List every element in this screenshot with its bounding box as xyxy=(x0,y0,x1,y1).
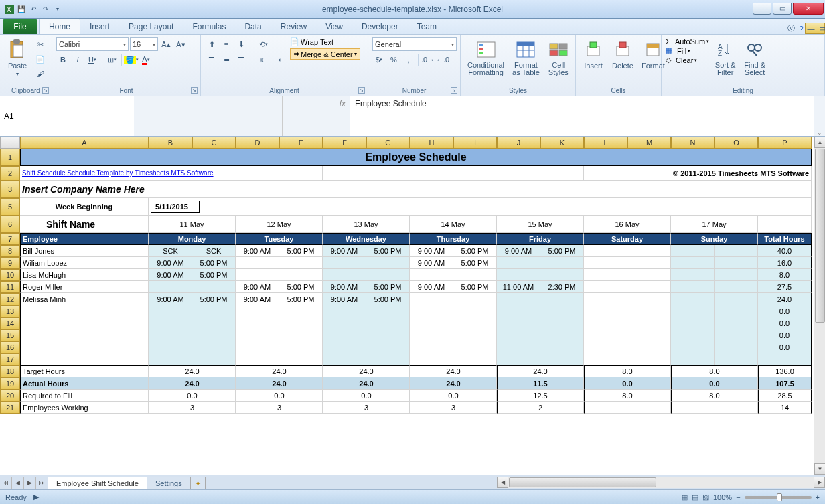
qat-dropdown-icon[interactable]: ▾ xyxy=(52,4,63,15)
column-header[interactable]: G xyxy=(366,137,410,149)
scroll-right-icon[interactable]: ▶ xyxy=(814,477,825,488)
sheet-nav-last-icon[interactable]: ⏭ xyxy=(36,477,48,489)
shift-cell[interactable] xyxy=(627,341,671,353)
formula-expand-icon[interactable]: ⌄ xyxy=(814,96,825,136)
font-color-icon[interactable]: A▾ xyxy=(139,53,153,66)
align-center-icon[interactable]: ≣ xyxy=(220,53,233,66)
company-cell[interactable]: Insert Company Name Here xyxy=(20,181,812,198)
view-normal-icon[interactable]: ▦ xyxy=(681,493,688,501)
shift-cell[interactable] xyxy=(453,269,497,281)
employee-name[interactable] xyxy=(20,341,149,353)
shift-cell[interactable] xyxy=(671,257,715,269)
file-tab[interactable]: File xyxy=(3,19,38,34)
day-header[interactable]: Sunday xyxy=(671,233,758,245)
summary-value[interactable]: 3 xyxy=(236,402,323,414)
orientation-icon[interactable]: ⟲▾ xyxy=(256,37,270,51)
shift-cell[interactable]: 9:00 AM xyxy=(236,281,279,293)
total-cell[interactable]: 0.0 xyxy=(758,341,812,353)
employee-header[interactable]: Employee xyxy=(20,233,149,245)
shift-cell[interactable]: 9:00 AM xyxy=(149,257,192,269)
shift-cell[interactable] xyxy=(410,293,453,305)
shift-cell[interactable] xyxy=(236,257,279,269)
shift-cell[interactable] xyxy=(715,305,758,317)
shift-cell[interactable] xyxy=(497,329,540,341)
merge-center-button[interactable]: ⬌Merge & Center▾ xyxy=(290,48,360,60)
summary-value[interactable]: 24.0 xyxy=(149,377,236,390)
summary-value[interactable]: 3 xyxy=(323,402,410,414)
tab-formulas[interactable]: Formulas xyxy=(183,19,235,34)
shift-cell[interactable] xyxy=(584,341,627,353)
shift-cell[interactable] xyxy=(540,257,584,269)
cell[interactable] xyxy=(149,353,192,365)
shift-cell[interactable] xyxy=(453,293,497,305)
shift-cell[interactable] xyxy=(149,329,192,341)
column-header[interactable]: C xyxy=(192,137,236,149)
shift-cell[interactable] xyxy=(671,317,715,329)
row-header[interactable]: 7 xyxy=(0,233,20,245)
shift-cell[interactable] xyxy=(279,329,323,341)
shift-cell[interactable] xyxy=(715,281,758,293)
summary-value[interactable]: 0.0 xyxy=(671,377,758,390)
sort-filter-button[interactable]: AZSort & Filter xyxy=(712,37,739,78)
shift-cell[interactable]: 9:00 AM xyxy=(149,293,192,305)
row-header[interactable]: 5 xyxy=(0,198,20,216)
summary-label[interactable]: Required to Fill xyxy=(20,390,149,402)
total-cell[interactable]: 27.5 xyxy=(758,281,812,293)
summary-value[interactable]: 2 xyxy=(497,402,584,414)
row-header[interactable]: 12 xyxy=(0,293,20,305)
cell[interactable] xyxy=(715,353,758,365)
shift-cell[interactable]: 9:00 AM xyxy=(410,245,453,257)
shift-cell[interactable] xyxy=(149,305,192,317)
column-header[interactable]: A xyxy=(20,137,149,149)
shift-cell[interactable] xyxy=(366,257,410,269)
summary-value[interactable]: 3 xyxy=(149,402,236,414)
shift-cell[interactable] xyxy=(584,305,627,317)
shift-cell[interactable] xyxy=(540,329,584,341)
shift-cell[interactable]: 5:00 PM xyxy=(279,293,323,305)
zoom-slider[interactable] xyxy=(745,496,812,499)
week-value[interactable]: 5/11/2015 xyxy=(149,198,202,216)
cell[interactable] xyxy=(236,353,279,365)
align-bottom-icon[interactable]: ⬇ xyxy=(234,37,248,51)
shift-cell[interactable] xyxy=(584,269,627,281)
summary-value[interactable]: 24.0 xyxy=(410,365,497,377)
shift-cell[interactable] xyxy=(366,341,410,353)
day-header[interactable]: Thursday xyxy=(410,233,497,245)
shift-cell[interactable] xyxy=(671,293,715,305)
shift-cell[interactable] xyxy=(236,269,279,281)
date-cell[interactable]: 16 May xyxy=(584,216,671,233)
border-icon[interactable]: ⊞▾ xyxy=(105,53,119,66)
shift-cell[interactable]: SCK xyxy=(192,245,236,257)
employee-name[interactable] xyxy=(20,305,149,317)
shift-cell[interactable] xyxy=(540,305,584,317)
horizontal-scrollbar[interactable]: ◀ ▶ xyxy=(497,477,825,488)
save-icon[interactable]: 💾 xyxy=(16,4,27,15)
shift-cell[interactable] xyxy=(627,305,671,317)
row-header[interactable]: 10 xyxy=(0,269,20,281)
employee-name[interactable]: Melissa Minh xyxy=(20,293,149,305)
shift-cell[interactable] xyxy=(540,317,584,329)
summary-value[interactable]: 3 xyxy=(410,402,497,414)
currency-icon[interactable]: $▾ xyxy=(372,53,386,66)
column-header[interactable]: D xyxy=(236,137,279,149)
sheet-nav-first-icon[interactable]: ⏮ xyxy=(0,477,12,489)
shift-cell[interactable] xyxy=(584,245,627,257)
grid[interactable]: ABCDEFGHIJKLMNOP1Employee Schedule2Shift… xyxy=(0,137,814,475)
decrease-decimal-icon[interactable]: ←.0 xyxy=(436,53,449,66)
shift-cell[interactable] xyxy=(453,341,497,353)
shift-cell[interactable] xyxy=(236,341,279,353)
minimize-button[interactable]: — xyxy=(753,3,771,15)
total-header[interactable]: Total Hours xyxy=(758,233,812,245)
cell[interactable] xyxy=(20,353,149,365)
copy-icon[interactable]: 📄 xyxy=(33,52,47,66)
view-layout-icon[interactable]: ▤ xyxy=(692,493,698,501)
shift-cell[interactable]: SCK xyxy=(149,245,192,257)
summary-value[interactable]: 24.0 xyxy=(323,377,410,390)
formula-input[interactable]: Employee Schedule xyxy=(350,96,814,136)
align-left-icon[interactable]: ☰ xyxy=(205,53,218,66)
date-cell[interactable]: 14 May xyxy=(410,216,497,233)
cell[interactable] xyxy=(410,353,453,365)
clipboard-dialog-icon[interactable]: ↘ xyxy=(42,87,49,94)
sheet-tab-settings[interactable]: Settings xyxy=(147,477,191,489)
tab-data[interactable]: Data xyxy=(235,19,271,34)
